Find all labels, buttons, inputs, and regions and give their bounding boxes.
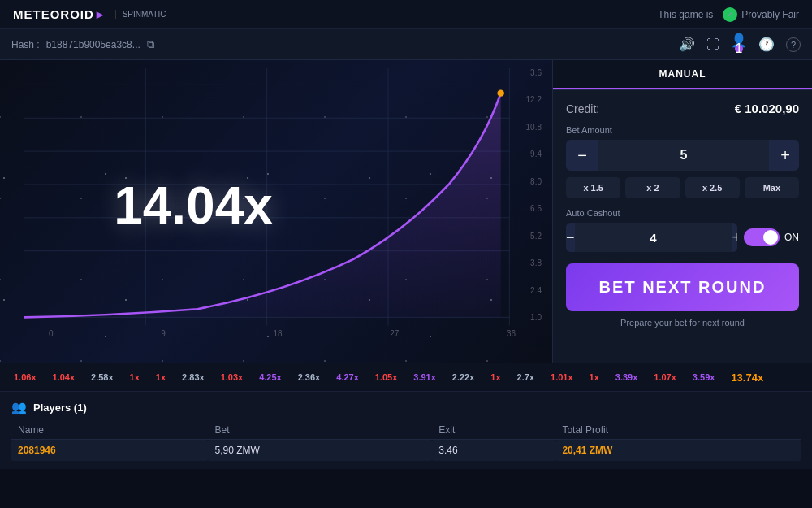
- help-icon[interactable]: ?: [786, 37, 801, 52]
- history-item: 3.91x: [408, 370, 442, 384]
- credit-label: Credit:: [566, 102, 599, 115]
- user-icon[interactable]: 👤 1: [731, 33, 747, 56]
- main-content: 3.6 12.2 10.8 9.4 8.0 6.6 5.2 3.8 2.4 1.…: [0, 60, 812, 363]
- history-item: 1x: [485, 370, 506, 384]
- sound-icon[interactable]: 🔊: [679, 37, 695, 52]
- credit-value: € 10.020,90: [735, 102, 799, 115]
- y-label-1: 3.6: [530, 68, 542, 77]
- y-label-2: 12.2: [526, 95, 542, 104]
- top-bar-left: METEOROID► SPINMATIC: [13, 7, 166, 21]
- players-header: 👥 Players (1): [11, 400, 801, 415]
- bet-amount-label: Bet Amount: [566, 125, 799, 135]
- x-label-9: 9: [161, 329, 166, 338]
- toggle-label: ON: [784, 232, 799, 243]
- y-label-10: 1.0: [530, 313, 542, 322]
- player-exit: 3.46: [432, 440, 555, 462]
- mult-2-button[interactable]: x 2: [625, 177, 680, 198]
- col-profit: Total Profit: [555, 421, 801, 440]
- x-label-36: 36: [507, 329, 516, 338]
- y-axis: 3.6 12.2 10.8 9.4 8.0 6.6 5.2 3.8 2.4 1.…: [516, 68, 544, 322]
- player-name: 2081946: [11, 440, 208, 462]
- tab-manual[interactable]: MANUAL: [553, 60, 812, 89]
- provably-fair-text: Provably Fair: [741, 9, 799, 20]
- history-item: 13.74x: [725, 369, 769, 386]
- chart-container: 3.6 12.2 10.8 9.4 8.0 6.6 5.2 3.8 2.4 1.…: [24, 68, 544, 342]
- hash-bar: Hash : b18871b9005ea3c8... ⧉ 🔊 ⛶ 👤 1 🕐 ?: [0, 29, 812, 60]
- toggle-knob: [763, 230, 778, 245]
- players-tbody: 2081946 5,90 ZMW 3.46 20,41 ZMW: [11, 440, 801, 462]
- col-exit: Exit: [432, 421, 555, 440]
- table-row: 2081946 5,90 ZMW 3.46 20,41 ZMW: [11, 440, 801, 462]
- mult-2-5-button[interactable]: x 2.5: [685, 177, 740, 198]
- top-bar-right: This game is ✓ Provably Fair: [658, 7, 799, 22]
- history-item: 2.58x: [85, 370, 119, 384]
- history-item: 1.04x: [47, 370, 81, 384]
- side-panel: MANUAL Credit: € 10.020,90 Bet Amount − …: [552, 60, 812, 363]
- history-item: 1x: [124, 370, 145, 384]
- col-name: Name: [11, 421, 208, 440]
- cashout-controls: − +: [566, 223, 737, 252]
- bet-amount-input[interactable]: [598, 148, 769, 163]
- history-item: 2.83x: [176, 370, 210, 384]
- toggle-container: ON: [744, 228, 799, 246]
- bet-next-round-button[interactable]: BET NEXT ROUND: [566, 263, 799, 311]
- history-item: 2.36x: [292, 370, 326, 384]
- y-label-7: 5.2: [530, 232, 542, 241]
- game-area: 3.6 12.2 10.8 9.4 8.0 6.6 5.2 3.8 2.4 1.…: [0, 60, 552, 363]
- x-label-0: 0: [49, 329, 54, 338]
- hash-left: Hash : b18871b9005ea3c8... ⧉: [11, 38, 154, 51]
- svg-point-12: [497, 90, 504, 97]
- col-bet: Bet: [208, 421, 432, 440]
- history-item: 1.05x: [369, 370, 404, 384]
- logo-spinmatic: SPINMATIC: [115, 10, 166, 19]
- copy-icon[interactable]: ⧉: [147, 38, 154, 51]
- player-profit: 20,41 ZMW: [555, 440, 801, 462]
- history-item: 1x: [584, 370, 605, 384]
- player-bet: 5,90 ZMW: [208, 440, 432, 462]
- cashout-value-input[interactable]: [575, 231, 732, 245]
- history-icon[interactable]: 🕐: [758, 37, 775, 52]
- provably-fair: ✓ Provably Fair: [723, 7, 799, 22]
- players-icon: 👥: [11, 400, 27, 415]
- bet-multipliers: x 1.5 x 2 x 2.5 Max: [566, 177, 799, 198]
- y-label-4: 9.4: [530, 150, 542, 158]
- history-item: 2.22x: [447, 370, 481, 384]
- checkmark-icon: ✓: [723, 7, 737, 22]
- provably-fair-label: This game is: [658, 9, 713, 20]
- history-item: 1.06x: [8, 370, 42, 384]
- panel-body: Credit: € 10.020,90 Bet Amount − + x 1.5…: [553, 90, 812, 363]
- auto-cashout-row: − + ON: [566, 223, 799, 252]
- history-item: 1.07x: [648, 370, 682, 384]
- logo-meteoroid: METEOROID►: [13, 7, 107, 21]
- fullscreen-icon[interactable]: ⛶: [706, 37, 719, 52]
- prepare-text: Prepare your bet for next round: [566, 318, 799, 328]
- history-item: 4.27x: [330, 370, 365, 384]
- mult-max-button[interactable]: Max: [745, 177, 799, 198]
- top-bar: METEOROID► SPINMATIC This game is ✓ Prov…: [0, 0, 812, 29]
- history-item: 4.25x: [253, 370, 287, 384]
- game-chart: [24, 68, 544, 342]
- hash-icons: 🔊 ⛶ 👤 1 🕐 ?: [679, 33, 801, 56]
- credit-row: Credit: € 10.020,90: [566, 102, 799, 115]
- mult-1-5-button[interactable]: x 1.5: [566, 177, 620, 198]
- y-label-6: 6.6: [530, 204, 542, 213]
- y-label-9: 2.4: [530, 286, 542, 295]
- cashout-increase-button[interactable]: +: [732, 223, 737, 252]
- bet-decrease-button[interactable]: −: [566, 140, 598, 171]
- notification-badge: 1: [735, 45, 743, 53]
- auto-cashout-label: Auto Cashout: [566, 208, 799, 218]
- y-label-5: 8.0: [530, 177, 542, 186]
- y-label-3: 10.8: [526, 123, 542, 132]
- auto-cashout-toggle[interactable]: [744, 228, 780, 246]
- history-bar: 1.06x1.04x2.58x1x1x2.83x1.03x4.25x2.36x4…: [0, 363, 812, 392]
- multiplier-display: 14.04x: [114, 176, 273, 236]
- bet-increase-button[interactable]: +: [769, 140, 799, 171]
- x-axis: 0 9 18 27 36: [49, 329, 516, 338]
- history-item: 3.59x: [687, 370, 721, 384]
- cashout-decrease-button[interactable]: −: [566, 223, 575, 252]
- history-item: 1.03x: [215, 370, 249, 384]
- x-label-27: 27: [390, 329, 399, 338]
- hash-value: b18871b9005ea3c8...: [46, 39, 140, 50]
- y-label-8: 3.8: [530, 258, 542, 267]
- players-section: 👥 Players (1) Name Bet Exit Total Profit…: [0, 392, 812, 469]
